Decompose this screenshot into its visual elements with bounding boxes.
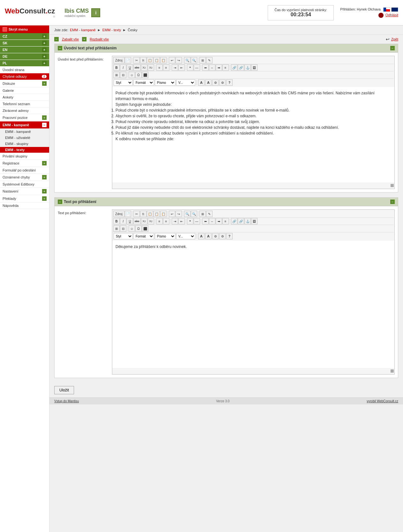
tb2-quote-btn[interactable]: ❝ [187,218,193,224]
tb2-italic-btn[interactable]: I [120,218,126,224]
tb-outdent-btn[interactable]: ⇤ [178,64,185,71]
tb-paste-btn[interactable]: 📋 [147,57,153,63]
tb-source-btn[interactable]: Zdroj [113,57,124,63]
tb2-special-btn[interactable]: Ω [135,225,142,232]
hide-menu-btn[interactable]: Skrýt menu [0,26,49,33]
tb2-image-btn[interactable]: 🖼 [251,218,257,224]
tb-italic-btn[interactable]: I [120,64,126,71]
tb-new-doc-btn[interactable]: 📄 [125,57,131,63]
tb2-bold-btn[interactable]: B [113,218,120,224]
tb2-style-select[interactable]: Styl [114,233,133,239]
tb2-underline-btn[interactable]: U [127,218,133,224]
tb-ul-btn[interactable]: ≡ [163,64,169,71]
tb2-ol-btn[interactable]: ≡ [156,218,163,224]
tb-strike-btn[interactable]: abc [133,64,141,71]
tb-align-left-btn[interactable]: ⬅ [202,64,209,71]
tb-ol-btn[interactable]: ≡ [156,64,163,71]
tb2-hr-btn[interactable]: — [194,218,200,224]
breadcrumb-item-2[interactable]: EMM - texty [102,28,121,32]
tb2-undo-btn[interactable]: ↩ [169,211,175,217]
tb-spellcheck-btn[interactable]: ✎ [206,57,213,63]
footer-vyrobil-link[interactable]: vyrobil WebConsult.cz [367,399,398,403]
tb2-strike-btn[interactable]: abc [133,218,141,224]
tb-hr-btn[interactable]: — [194,64,200,71]
sidebar-item-galerie[interactable]: Galerie [0,87,49,94]
tb2-source-btn[interactable]: Zdroj [113,211,124,217]
tb-text-color-btn[interactable]: A [198,79,205,86]
tb2-text-color-btn[interactable]: A [198,233,205,239]
tb2-hline-btn[interactable]: ⊟ [120,225,126,232]
tb-image-btn[interactable]: 🖼 [251,64,257,71]
tb2-link-btn[interactable]: 🔗 [231,218,237,224]
tb-table-btn[interactable]: ⊞ [113,72,120,78]
tb-redo-btn[interactable]: ↪ [175,57,182,63]
sidebar-submenu-item-texty[interactable]: EMM - texty [0,147,49,153]
tb-special-btn[interactable]: Ω [135,72,142,78]
tb2-align-left-btn[interactable]: ⬅ [202,218,209,224]
tb-smiley-btn[interactable]: ☺ [129,72,135,78]
tb-settings1-btn[interactable]: ⚙ [212,79,219,86]
sidebar-item-formular[interactable]: Formulář po odeslání [0,167,49,174]
tb2-indent-btn[interactable]: ⇥ [172,218,178,224]
sidebar-submenu-item-uzivatele[interactable]: EMM - uživatelé [0,135,49,141]
collapse-all-btn[interactable]: Zabalit vše [62,37,79,41]
sidebar-item-telefon[interactable]: Telefonní seznam [0,101,49,107]
tb2-smiley-btn[interactable]: ☺ [129,225,135,232]
sidebar-item-diskuze[interactable]: Diskuze + [0,80,49,87]
tb2-bg-color-btn[interactable]: A [205,233,212,239]
tb2-new-doc-btn[interactable]: 📄 [125,211,131,217]
tb-align-right-btn[interactable]: ➡ [216,64,222,71]
footer-vstup-link[interactable]: Vstup do Mantisu [54,399,79,403]
sidebar-item-zkracene[interactable]: Zkrácené adresy [0,107,49,114]
tb2-settings2-btn[interactable]: ⚙ [219,233,226,239]
tb2-settings1-btn[interactable]: ⚙ [212,233,219,239]
tb2-find-btn[interactable]: 🔍 [184,211,190,217]
tb-bold-btn[interactable]: B [113,64,120,71]
tb2-align-justify-btn[interactable]: ≡ [222,218,229,224]
tb2-paste-btn[interactable]: 📋 [147,211,153,217]
section-po-prihlaseni-minus-icon[interactable]: − [58,200,62,204]
tb2-unlink-btn[interactable]: 🔗 [238,218,244,224]
tb2-paste-text-btn[interactable]: 📋 [153,211,160,217]
sidebar-item-systemove[interactable]: Systémové Editboxy [0,181,49,188]
save-button[interactable]: Uložit [54,386,74,394]
tb2-pagebreak-btn[interactable]: ⬛ [142,225,148,232]
tb2-anchor-btn[interactable]: ⚓ [244,218,251,224]
tb-selectall-btn[interactable]: ⊞ [199,57,206,63]
sidebar-lang-de[interactable]: DE + [0,53,49,60]
sidebar-item-pracovni[interactable]: Pracovní pozice + [0,114,49,121]
tb2-selectall-btn[interactable]: ⊞ [199,211,206,217]
tb2-redo-btn[interactable]: ↪ [175,211,182,217]
tb2-help-btn[interactable]: ? [226,233,233,239]
tb-hline-btn[interactable]: ⊟ [120,72,126,78]
tb2-paste-word-btn[interactable]: 📋 [160,211,167,217]
sidebar-item-privatni[interactable]: Privátní skupiny [0,153,49,160]
tb-undo-btn[interactable]: ↩ [169,57,175,63]
sidebar-item-emm-kampane[interactable]: EMM - kampaně − [0,121,49,129]
tb-help-btn[interactable]: ? [226,79,233,86]
back-btn[interactable]: Zpět [391,37,398,41]
resize-handle-2[interactable] [391,369,394,373]
sidebar-item-oznamene[interactable]: Oznámené chyby + [0,174,49,181]
section-po-prihlaseni-collapse-icon[interactable]: − [390,200,395,204]
tb2-replace-btn[interactable]: 🔍 [191,211,197,217]
tb-anchor-btn[interactable]: ⚓ [244,64,251,71]
tb-find-btn[interactable]: 🔍 [184,57,190,63]
tb-pagebreak-btn[interactable]: ⬛ [142,72,148,78]
tb-indent-btn[interactable]: ⇥ [172,64,178,71]
tb2-sup-btn[interactable]: X2 [148,218,154,224]
sidebar-lang-en[interactable]: EN + [0,47,49,53]
logout-link[interactable]: Odhlásit [385,13,398,17]
section-uvodni-collapse-icon[interactable]: − [390,46,395,50]
tb-quote-btn[interactable]: ❝ [187,64,193,71]
tb2-font-select[interactable]: Písmo [155,233,175,239]
tb2-ul-btn[interactable]: ≡ [163,218,169,224]
tb-style-select[interactable]: Styl [114,79,133,86]
tb-format-select[interactable]: Formát [133,79,154,86]
sidebar-item-registrace[interactable]: Registrace + [0,160,49,167]
tb-paste-word-btn[interactable]: 📋 [160,57,167,63]
editor-1-area[interactable]: Pokud chcete být pravidelně informováni … [112,87,394,183]
sidebar-item-ankety[interactable]: Ankety [0,94,49,101]
tb-bg-color-btn[interactable]: A [205,79,212,86]
tb-settings2-btn[interactable]: ⚙ [219,79,226,86]
